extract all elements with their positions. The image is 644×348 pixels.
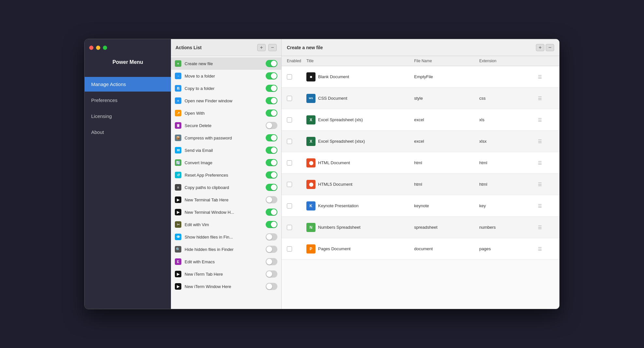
checkbox-6[interactable]: [287, 203, 292, 209]
cell-title-4: ⬤HTML Document: [306, 157, 414, 169]
minimize-button[interactable]: [96, 46, 100, 50]
action-icon-move-to-folder: →: [175, 73, 181, 79]
action-toggle-send-email[interactable]: [266, 147, 277, 154]
action-label-show-hidden-finder: Show hidden files in Fin...: [185, 235, 262, 239]
checkbox-1[interactable]: [287, 96, 292, 101]
table-row-3[interactable]: XExcel Spreadsheet (xlsx)excelxlsx☰: [282, 131, 559, 152]
row-menu-icon-6[interactable]: ☰: [538, 203, 542, 209]
action-item-new-terminal-tab[interactable]: ▶New Terminal Tab Here: [171, 194, 281, 206]
action-item-compress-password[interactable]: 📦Compress with password: [171, 132, 281, 144]
app-name: Power Menu: [85, 56, 171, 72]
action-item-new-iterm-window[interactable]: ▶New iTerm Window Here: [171, 280, 281, 293]
table-row-2[interactable]: XExcel Spreadsheet (xls)excelxls☰: [282, 109, 559, 131]
action-item-send-email[interactable]: ✉Send via Email: [171, 144, 281, 156]
table-row-7[interactable]: NNumbers Spreadsheetspreadsheetnumbers☰: [282, 217, 559, 238]
action-toggle-move-to-folder[interactable]: [266, 72, 277, 80]
table-row-1[interactable]: WSCSS Documentstylecss☰: [282, 88, 559, 109]
action-toggle-open-new-finder[interactable]: [266, 97, 277, 104]
table-row-8[interactable]: PPages Documentdocumentpages☰: [282, 238, 559, 260]
action-item-reset-prefs[interactable]: ↺Reset App Preferences: [171, 169, 281, 181]
row-menu-icon-3[interactable]: ☰: [538, 139, 542, 144]
row-menu-icon-5[interactable]: ☰: [538, 182, 542, 187]
action-item-secure-delete[interactable]: 🗑Secure Delete: [171, 119, 281, 132]
close-button[interactable]: [89, 46, 93, 50]
table-row-4[interactable]: ⬤HTML Documenthtmlhtml☰: [282, 152, 559, 174]
action-item-create-new-file[interactable]: +Create new file: [171, 57, 281, 70]
cell-row-actions-8: ☰: [538, 245, 554, 253]
action-toggle-new-terminal-tab[interactable]: [266, 196, 277, 203]
sidebar: Power Menu Manage Actions Preferences Li…: [85, 39, 171, 309]
table-row-6[interactable]: KKeynote Presentationkeynotekey☰: [282, 195, 559, 217]
action-toggle-secure-delete[interactable]: [266, 122, 277, 129]
action-item-copy-to-folder[interactable]: ⎘Copy to a folder: [171, 82, 281, 94]
row-menu-icon-8[interactable]: ☰: [538, 246, 542, 252]
cell-enabled-4: [287, 159, 306, 167]
cell-extension-5: html: [479, 181, 538, 188]
action-item-new-iterm-tab[interactable]: ▶New iTerm Tab Here: [171, 268, 281, 280]
sidebar-item-preferences[interactable]: Preferences: [85, 93, 171, 108]
action-toggle-show-hidden-finder[interactable]: [266, 233, 277, 240]
action-toggle-hide-hidden-finder[interactable]: [266, 246, 277, 253]
action-toggle-convert-image[interactable]: [266, 159, 277, 166]
sidebar-item-manage-actions[interactable]: Manage Actions: [85, 77, 171, 92]
action-item-convert-image[interactable]: 🔄Convert Image: [171, 156, 281, 169]
action-toggle-create-new-file[interactable]: [266, 60, 277, 67]
cell-extension-7: numbers: [479, 224, 538, 231]
action-item-copy-paths[interactable]: ≡Copy paths to clipboard: [171, 181, 281, 194]
sidebar-item-licensing[interactable]: Licensing: [85, 109, 171, 123]
action-item-show-hidden-finder[interactable]: 👁Show hidden files in Fin...: [171, 231, 281, 243]
action-item-edit-emacs[interactable]: EEdit with Emacs: [171, 255, 281, 268]
action-toggle-edit-emacs[interactable]: [266, 258, 277, 265]
file-icon-3: X: [306, 137, 315, 146]
detail-add-button[interactable]: +: [536, 44, 544, 51]
action-toggle-reset-prefs[interactable]: [266, 171, 277, 179]
action-item-edit-vim[interactable]: ✂Edit with Vim: [171, 218, 281, 231]
row-menu-icon-1[interactable]: ☰: [538, 96, 542, 101]
checkbox-5[interactable]: [287, 182, 292, 187]
actions-add-button[interactable]: +: [257, 44, 266, 51]
sidebar-item-about[interactable]: About: [85, 125, 171, 139]
detail-panel: Create a new file + − Enabled Title File…: [282, 39, 559, 309]
row-menu-icon-0[interactable]: ☰: [538, 74, 542, 80]
cell-extension-1: css: [479, 94, 538, 102]
action-label-secure-delete: Secure Delete: [185, 123, 262, 128]
action-label-new-iterm-window: New iTerm Window Here: [185, 284, 262, 289]
file-icon-1: WS: [306, 94, 315, 103]
action-toggle-copy-paths[interactable]: [266, 184, 277, 191]
checkbox-0[interactable]: [287, 74, 292, 80]
action-item-open-new-finder[interactable]: +Open new Finder window: [171, 94, 281, 107]
action-label-send-email: Send via Email: [185, 148, 262, 153]
row-menu-icon-4[interactable]: ☰: [538, 160, 542, 166]
checkbox-7[interactable]: [287, 225, 292, 230]
checkbox-4[interactable]: [287, 160, 292, 166]
detail-title: Create a new file: [287, 45, 536, 50]
table-row-5[interactable]: ⬤HTML5 Documenthtmlhtml☰: [282, 174, 559, 195]
detail-remove-button[interactable]: −: [546, 44, 554, 51]
col-filename: File Name: [414, 56, 479, 66]
action-label-open-with: Open With: [185, 111, 262, 116]
action-item-hide-hidden-finder[interactable]: 🔍Hide hidden files in Finder: [171, 243, 281, 255]
actions-remove-button[interactable]: −: [268, 44, 277, 51]
checkbox-8[interactable]: [287, 246, 292, 252]
row-menu-icon-7[interactable]: ☰: [538, 225, 542, 230]
action-toggle-new-iterm-tab[interactable]: [266, 270, 277, 278]
action-item-new-terminal-window[interactable]: ▶New Terminal Window H...: [171, 206, 281, 218]
maximize-button[interactable]: [103, 46, 107, 50]
action-toggle-new-terminal-window[interactable]: [266, 209, 277, 216]
checkbox-3[interactable]: [287, 139, 292, 144]
action-item-move-to-folder[interactable]: →Move to a folder: [171, 70, 281, 82]
action-toggle-open-with[interactable]: [266, 109, 277, 117]
cell-filename-5: html: [414, 181, 479, 188]
action-toggle-edit-vim[interactable]: [266, 221, 277, 228]
action-label-convert-image: Convert Image: [185, 160, 262, 165]
action-toggle-copy-to-folder[interactable]: [266, 85, 277, 92]
table-row-0[interactable]: ■Blank DocumentEmptyFile☰: [282, 66, 559, 88]
cell-enabled-3: [287, 138, 306, 145]
checkbox-2[interactable]: [287, 117, 292, 123]
file-icon-2: X: [306, 115, 315, 124]
action-toggle-compress-password[interactable]: [266, 134, 277, 141]
action-toggle-new-iterm-window[interactable]: [266, 283, 277, 290]
row-menu-icon-2[interactable]: ☰: [538, 117, 542, 123]
file-icon-5: ⬤: [306, 180, 315, 189]
action-item-open-with[interactable]: ↗Open With: [171, 107, 281, 119]
